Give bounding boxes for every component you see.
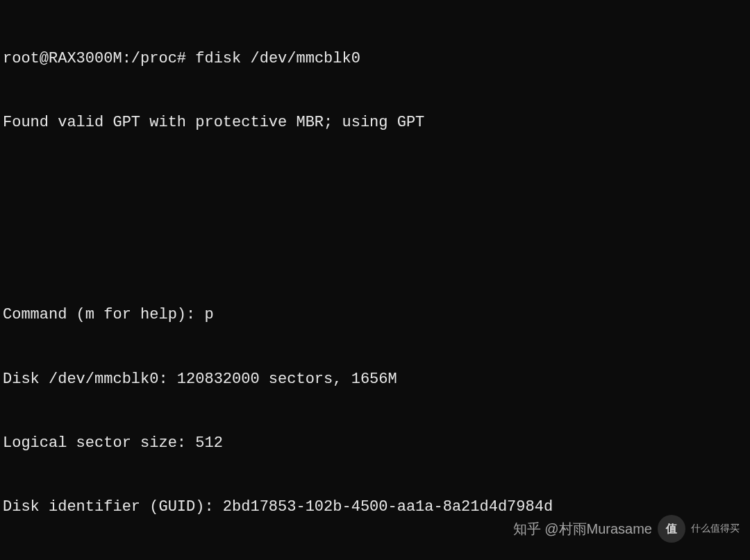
watermark-logo-icon: 值	[658, 515, 685, 543]
disk-info: Disk /dev/mmcblk0: 120832000 sectors, 16…	[3, 369, 747, 391]
blank-line	[3, 241, 747, 262]
prompt-user-host: root@RAX3000M	[3, 49, 122, 70]
watermark: 知乎 @村雨Murasame 值 什么值得买	[513, 515, 740, 543]
fdisk-command-input: p	[204, 306, 213, 323]
watermark-text: 知乎 @村雨Murasame	[513, 519, 652, 538]
command-text: fdisk /dev/mmcblk0	[195, 49, 360, 70]
prompt-symbol: #	[177, 49, 186, 70]
shell-prompt-line: root@RAX3000M:/proc# fdisk /dev/mmcblk0	[3, 49, 747, 70]
logical-sector-info: Logical sector size: 512	[3, 433, 747, 455]
prompt-cwd: /proc	[131, 49, 177, 70]
blank-line	[3, 176, 747, 198]
watermark-subtext: 什么值得买	[691, 522, 740, 536]
terminal-output[interactable]: root@RAX3000M:/proc# fdisk /dev/mmcblk0 …	[3, 6, 747, 560]
fdisk-command-prompt: Command (m for help): p	[3, 305, 747, 326]
output-gpt: Found valid GPT with protective MBR; usi…	[3, 112, 747, 134]
